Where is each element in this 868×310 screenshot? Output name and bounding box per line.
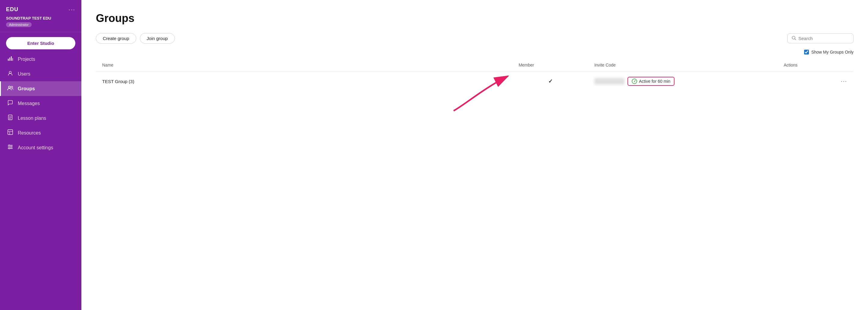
users-icon <box>7 70 13 77</box>
checkmark-icon: ✓ <box>548 78 553 84</box>
sidebar-top: EDU ··· SOUNDTRAP TEST EDU Administrator <box>0 0 82 32</box>
svg-rect-7 <box>8 115 12 120</box>
svg-rect-3 <box>12 58 13 61</box>
member-check: ✓ <box>513 72 588 91</box>
messages-label: Messages <box>18 101 40 106</box>
resources-icon <box>7 129 13 136</box>
projects-icon <box>7 56 13 63</box>
lesson-plans-icon <box>7 115 13 122</box>
app-name: EDU <box>6 6 19 13</box>
account-settings-icon <box>7 144 13 151</box>
projects-label: Projects <box>18 57 35 62</box>
sidebar-item-users[interactable]: Users <box>0 67 82 81</box>
svg-rect-2 <box>11 56 12 61</box>
col-header-member: Member <box>513 58 588 72</box>
svg-rect-0 <box>8 59 9 61</box>
enter-studio-section: Enter Studio <box>6 37 75 49</box>
svg-point-4 <box>9 71 11 73</box>
sidebar-item-projects[interactable]: Projects <box>0 52 82 67</box>
search-box[interactable] <box>787 33 854 43</box>
active-badge: Active for 60 min <box>627 77 675 86</box>
active-label: Active for 60 min <box>639 79 670 84</box>
table-row: TEST Group (3) ✓ Active for 60 min <box>96 72 854 91</box>
search-icon <box>792 36 796 41</box>
invite-code-wrapper: Active for 60 min <box>594 77 772 86</box>
invite-code-blurred <box>594 78 624 84</box>
col-header-invite-code: Invite Code <box>588 58 778 72</box>
svg-point-19 <box>9 148 10 149</box>
search-input[interactable] <box>798 36 846 41</box>
user-name: SOUNDTRAP TEST EDU <box>6 16 75 21</box>
show-my-groups-label: Show My Groups Only <box>811 50 854 55</box>
join-group-button[interactable]: Join group <box>140 33 175 44</box>
sidebar-item-messages[interactable]: Messages <box>0 96 82 111</box>
svg-rect-11 <box>8 130 13 135</box>
sidebar-item-groups[interactable]: Groups <box>0 81 82 96</box>
svg-point-5 <box>8 86 10 88</box>
groups-label: Groups <box>18 86 35 92</box>
lesson-plans-label: Lesson plans <box>18 115 46 121</box>
enter-studio-button[interactable]: Enter Studio <box>6 37 75 49</box>
clock-icon <box>632 78 637 84</box>
account-settings-label: Account settings <box>18 145 53 150</box>
page-title: Groups <box>96 12 854 25</box>
invite-code-cell: Active for 60 min <box>588 72 778 91</box>
more-options-icon[interactable]: ··· <box>68 6 75 13</box>
show-my-groups-checkbox[interactable] <box>804 50 809 55</box>
svg-line-21 <box>795 39 796 40</box>
role-badge: Administrator <box>6 22 32 27</box>
create-group-button[interactable]: Create group <box>96 33 136 44</box>
groups-icon <box>7 85 13 92</box>
groups-table: Name Member Invite Code Actions TEST Gro… <box>96 58 854 91</box>
users-label: Users <box>18 71 30 77</box>
sidebar-item-resources[interactable]: Resources <box>0 126 82 140</box>
top-actions: Create group Join group <box>96 33 854 44</box>
main-content: Groups Create group Join group Show My G… <box>82 0 868 310</box>
col-header-name: Name <box>96 58 513 72</box>
messages-icon <box>7 100 13 107</box>
actions-cell: ··· <box>778 72 853 91</box>
row-actions-button[interactable]: ··· <box>841 78 847 84</box>
svg-point-6 <box>11 87 13 88</box>
resources-label: Resources <box>18 130 41 136</box>
sidebar-item-account-settings[interactable]: Account settings <box>0 140 82 155</box>
col-header-actions: Actions <box>778 58 853 72</box>
filter-row: Show My Groups Only <box>96 50 854 55</box>
sidebar-item-lesson-plans[interactable]: Lesson plans <box>0 111 82 126</box>
sidebar: EDU ··· SOUNDTRAP TEST EDU Administrator… <box>0 0 82 310</box>
sidebar-nav: Projects Users Groups <box>0 52 82 310</box>
svg-rect-1 <box>9 58 10 61</box>
group-name: TEST Group (3) <box>96 72 513 91</box>
sidebar-app-row: EDU ··· <box>6 6 75 13</box>
svg-point-17 <box>9 145 10 146</box>
action-buttons: Create group Join group <box>96 33 175 44</box>
svg-point-18 <box>11 146 12 147</box>
